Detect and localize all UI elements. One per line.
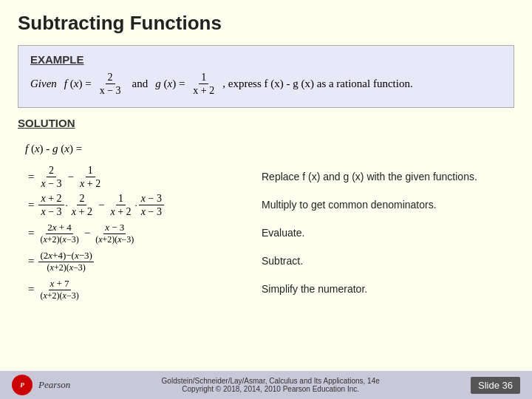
citation-line1: Goldstein/Schneider/Lay/Asmar, Calculus … [70,377,471,385]
frac-2-x3: 2 x − 3 [38,165,64,190]
equation-start: f (x) - g (x) = [25,143,82,155]
brand-name: Pearson [38,379,70,391]
f-fraction: 2 x − 3 [98,72,123,97]
frac-1-x2b: 1 x + 2 [108,193,133,218]
math-row-0: f (x) - g (x) = [18,135,514,163]
g-fraction: 1 x + 2 [191,72,216,97]
frac-result: x + 7 (x+2)(x−3) [38,279,80,301]
math-row-2: = x + 2 x − 3 · 2 x + 2 − 1 x + 2 [18,191,514,219]
solution-label: SOLUTION [18,117,514,129]
example-label: EXAMPLE [30,53,502,66]
eq1: = [28,171,34,183]
frac-x2-x3-a: x + 2 x − 3 [38,193,64,218]
example-box: EXAMPLE Given f (x) = 2 x − 3 and g (x) … [18,45,514,108]
frac-x3b: x − 3 (x+2)(x−3) [94,222,135,245]
page-title: Subtracting Functions [18,12,514,35]
math-right-4: Subtract. [254,254,514,268]
math-left-1: = 2 x − 3 − 1 x + 2 [18,165,254,190]
math-left-4: = (2x+4)−(x−3) (x+2)(x−3) [18,250,254,273]
footer-citation: Goldstein/Schneider/Lay/Asmar, Calculus … [70,377,471,393]
f-numerator: 2 [106,72,115,84]
frac-2x4: 2x + 4 (x+2)(x−3) [38,222,80,245]
frac-x3-x3: x − 3 x − 3 [139,193,164,218]
given-word: Given [30,78,57,90]
g-denominator: x + 2 [191,84,216,96]
math-row-1: = 2 x − 3 − 1 x + 2 Replace f (x) and g … [18,163,514,191]
frac-1-x2: 1 x + 2 [78,165,103,190]
solution-area: f (x) - g (x) = = 2 x − 3 − 1 x + 2 [18,135,514,304]
math-left-5: = x + 7 (x+2)(x−3) [18,279,254,301]
express-text: , express f (x) - g (x) as a rational fu… [222,78,412,90]
math-row-4: = (2x+4)−(x−3) (x+2)(x−3) Subtract. [18,248,514,276]
math-left-3: = 2x + 4 (x+2)(x−3) − x − 3 (x+2)(x−3) [18,222,254,245]
frac-2-x2: 2 x + 2 [69,193,95,218]
pearson-logo: P [12,375,33,395]
g-label: g (x) = [155,78,185,90]
math-row-5: = x + 7 (x+2)(x−3) Simplify the numerato… [18,276,514,304]
footer: P Pearson Goldstein/Schneider/Lay/Asmar,… [0,371,532,399]
f-label: f (x) = [64,78,92,90]
frac-subtract: (2x+4)−(x−3) (x+2)(x−3) [38,250,93,273]
math-right-5: Simplify the numerator. [254,282,514,296]
math-left-2: = x + 2 x − 3 · 2 x + 2 − 1 x + 2 [18,193,254,218]
math-right-2: Multiply to get common denominators. [254,198,514,212]
f-denominator: x − 3 [98,84,123,96]
math-left-0: f (x) - g (x) = [18,143,254,155]
slide-badge: Slide 36 [471,377,520,394]
g-numerator: 1 [199,72,208,84]
footer-left: P Pearson [12,375,70,395]
given-row: Given f (x) = 2 x − 3 and g (x) = 1 x + … [30,72,502,97]
and-word: and [132,78,149,90]
math-row-3: = 2x + 4 (x+2)(x−3) − x − 3 (x+2)(x−3) E… [18,219,514,248]
page: Subtracting Functions EXAMPLE Given f (x… [0,0,532,399]
math-right-1: Replace f (x) and g (x) with the given f… [254,170,514,184]
citation-line2: Copyright © 2018, 2014, 2010 Pearson Edu… [70,385,471,393]
solution-section: SOLUTION f (x) - g (x) = = 2 x − 3 [18,117,514,304]
math-right-3: Evaluate. [254,226,514,240]
